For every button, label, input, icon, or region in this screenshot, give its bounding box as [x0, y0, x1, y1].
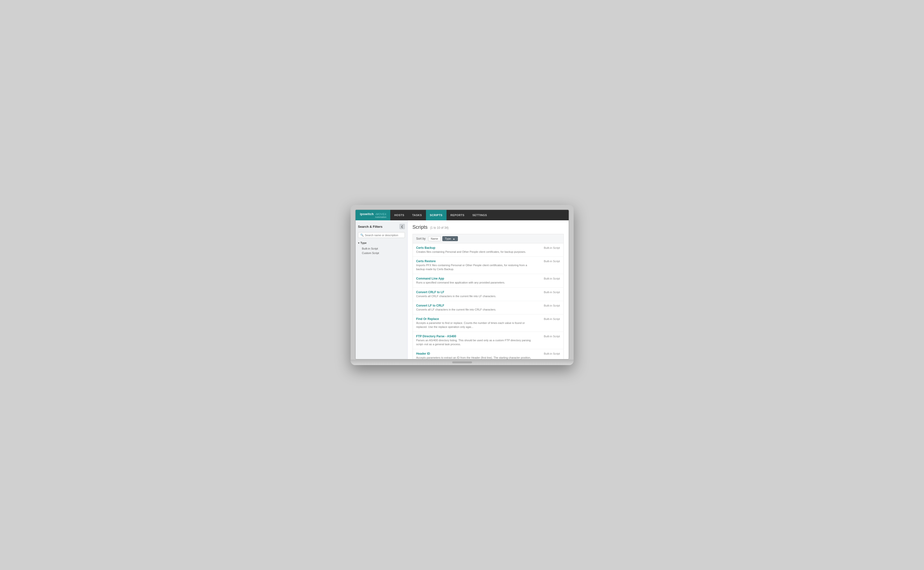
sort-arrow-icon: ▲	[453, 238, 455, 240]
script-type: Built-in Script	[540, 259, 560, 263]
laptop-frame: ipswitch ›MOVEit Automation HOSTS TASKS …	[350, 205, 574, 365]
filter-builtin-script[interactable]: Built-in Script	[358, 246, 405, 251]
page-title: Scripts	[413, 224, 428, 230]
list-item: Certs Backup Creates files containing Pe…	[413, 244, 563, 257]
script-type: Built-in Script	[540, 352, 560, 355]
script-type: Built-in Script	[540, 317, 560, 320]
sort-by-type-button[interactable]: Type ▲	[442, 236, 458, 241]
collapse-icon: ❮	[401, 225, 403, 228]
laptop-notch	[452, 361, 472, 363]
nav-settings[interactable]: SETTINGS	[468, 210, 491, 220]
sidebar-header: Search & Filters ❮	[358, 224, 405, 229]
sidebar-search-box: 🔍	[358, 232, 405, 238]
nav-items: HOSTS TASKS SCRIPTS REPORTS SETTINGS	[390, 210, 568, 220]
script-name[interactable]: Certs Restore	[416, 259, 535, 263]
script-info: Certs Backup Creates files containing Pe…	[416, 246, 535, 254]
script-info: Command Line App Runs a specified comman…	[416, 277, 535, 285]
filter-section: ▾ Type Built-in Script Custom Script	[358, 241, 405, 255]
sidebar: Search & Filters ❮ 🔍 ▾ Type Built-in Scr…	[356, 220, 408, 359]
sort-by-name-button[interactable]: Name	[428, 236, 441, 241]
script-desc: Converts all LF characters in the curren…	[416, 308, 535, 311]
script-type: Built-in Script	[540, 304, 560, 307]
list-item: Command Line App Runs a specified comman…	[413, 274, 563, 288]
script-desc: Imports PFX files containing Personal or…	[416, 264, 535, 271]
sort-label: Sort by	[416, 237, 426, 241]
laptop-base	[350, 360, 574, 365]
filter-type-toggle[interactable]: ▾ Type	[358, 241, 405, 244]
app-logo: ipswitch ›MOVEit Automation	[356, 210, 390, 220]
script-name[interactable]: FTP Directory Parse - AS400	[416, 334, 535, 338]
filter-custom-script[interactable]: Custom Script	[358, 251, 405, 255]
page-count: (1 to 10 of 34)	[430, 226, 449, 230]
sidebar-title: Search & Filters	[358, 225, 382, 228]
script-list: Certs Backup Creates files containing Pe…	[413, 244, 564, 359]
page-header: Scripts (1 to 10 of 34)	[413, 224, 564, 230]
sort-bar: Sort by Name Type ▲	[413, 234, 564, 244]
logo-brand: ipswitch ›MOVEit	[360, 212, 387, 216]
list-item: FTP Directory Parse - AS400 Parses an AS…	[413, 332, 563, 349]
script-name[interactable]: Command Line App	[416, 277, 535, 280]
script-info: Header ID Accepts parameters to extract …	[416, 352, 535, 359]
script-type: Built-in Script	[540, 334, 560, 338]
script-desc: Runs a specified command line applicatio…	[416, 281, 535, 285]
search-icon: 🔍	[360, 233, 364, 237]
sidebar-collapse-button[interactable]: ❮	[399, 224, 405, 229]
script-name[interactable]: Certs Backup	[416, 246, 535, 250]
script-desc: Converts all CRLF characters in the curr…	[416, 294, 535, 298]
script-name[interactable]: Convert LF to CRLF	[416, 304, 535, 307]
search-input[interactable]	[365, 234, 403, 237]
main-content: Scripts (1 to 10 of 34) Sort by Name Typ…	[408, 220, 569, 359]
script-info: Convert CRLF to LF Converts all CRLF cha…	[416, 290, 535, 298]
script-type: Built-in Script	[540, 246, 560, 249]
logo-sub: Automation	[360, 216, 387, 218]
script-desc: Accepts parameters to extract an ID from…	[416, 356, 535, 359]
script-name[interactable]: Header ID	[416, 352, 535, 355]
script-type: Built-in Script	[540, 277, 560, 280]
nav-hosts[interactable]: HOSTS	[390, 210, 408, 220]
list-item: Find Or Replace Accepts a parameter to f…	[413, 314, 563, 332]
script-type: Built-in Script	[540, 290, 560, 294]
list-item: Header ID Accepts parameters to extract …	[413, 349, 563, 359]
filter-type-label: Type	[361, 241, 367, 244]
script-desc: Creates files containing Personal and Ot…	[416, 250, 535, 254]
script-info: Convert LF to CRLF Converts all LF chara…	[416, 304, 535, 311]
list-item: Convert LF to CRLF Converts all LF chara…	[413, 301, 563, 314]
script-desc: Parses an AS/400 directory listing. This…	[416, 339, 535, 346]
script-info: Find Or Replace Accepts a parameter to f…	[416, 317, 535, 329]
script-info: FTP Directory Parse - AS400 Parses an AS…	[416, 334, 535, 346]
laptop-screen: ipswitch ›MOVEit Automation HOSTS TASKS …	[355, 209, 569, 360]
nav-reports[interactable]: REPORTS	[447, 210, 468, 220]
app-body: Search & Filters ❮ 🔍 ▾ Type Built-in Scr…	[356, 220, 569, 359]
nav-tasks[interactable]: TASKS	[408, 210, 426, 220]
script-info: Certs Restore Imports PFX files containi…	[416, 259, 535, 271]
script-name[interactable]: Find Or Replace	[416, 317, 535, 321]
list-item: Certs Restore Imports PFX files containi…	[413, 257, 563, 274]
list-item: Convert CRLF to LF Converts all CRLF cha…	[413, 288, 563, 301]
script-name[interactable]: Convert CRLF to LF	[416, 290, 535, 294]
script-desc: Accepts a parameter to find or replace. …	[416, 321, 535, 329]
sort-type-label: Type	[445, 237, 451, 240]
chevron-down-icon: ▾	[358, 242, 359, 244]
app-navbar: ipswitch ›MOVEit Automation HOSTS TASKS …	[356, 210, 569, 220]
nav-scripts[interactable]: SCRIPTS	[426, 210, 447, 220]
